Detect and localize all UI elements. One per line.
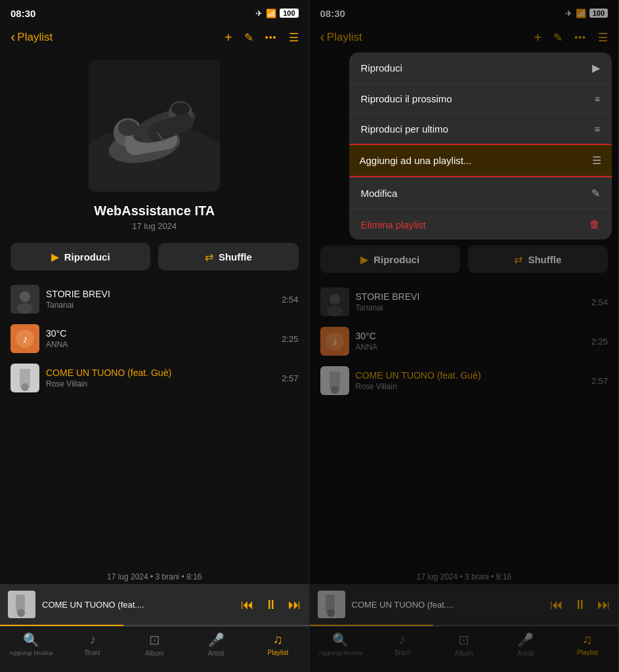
- tab-label-tracks: Brani: [85, 649, 100, 656]
- dropdown-item-play-last-label: Riproduci per ultimo: [361, 123, 448, 135]
- album-art: [89, 60, 220, 192]
- nav-bar: ‹ Playlist + ✎ ••• ☰: [0, 24, 309, 54]
- tab-add-music[interactable]: 🔍 Aggiungi Musica: [0, 632, 62, 656]
- more-icon[interactable]: •••: [265, 32, 277, 43]
- track-item[interactable]: STORIE BREVI Tananai 2:54: [0, 280, 309, 319]
- tab-albums[interactable]: ⊡ Album: [123, 632, 185, 657]
- play-label: Riproduci: [64, 251, 110, 262]
- play-icon-menu: ▶: [592, 62, 600, 74]
- dropdown-item-delete-label: Elimina playlist: [361, 219, 426, 230]
- dropdown-item-play-last[interactable]: Riproduci per ultimo ≡: [349, 114, 612, 144]
- tracks-icon: ♪: [89, 632, 96, 647]
- back-button[interactable]: ‹ Playlist: [11, 29, 53, 46]
- progress-bar: [0, 625, 309, 626]
- nav-actions: + ✎ ••• ☰: [224, 30, 298, 45]
- shuffle-icon: ⇄: [205, 251, 213, 263]
- svg-point-13: [17, 303, 33, 314]
- track-info: 30°C ANNA: [46, 328, 275, 349]
- track-artist: Rose Villain: [46, 379, 275, 388]
- artists-icon: 🎤: [208, 632, 224, 648]
- edit-icon[interactable]: ✎: [244, 31, 253, 45]
- dropdown-item-play-label: Riproduci: [361, 62, 402, 74]
- shuffle-label: Shuffle: [219, 251, 252, 262]
- dropdown-item-delete[interactable]: Elimina playlist 🗑: [349, 209, 612, 240]
- edit-icon-menu: ✎: [591, 187, 600, 200]
- now-playing-title: COME UN TUONO (feat....: [42, 600, 234, 610]
- track-duration: 2:57: [282, 373, 298, 383]
- airplane-icon: ✈: [255, 9, 263, 18]
- svg-point-19: [21, 383, 29, 391]
- chevron-left-icon: ‹: [11, 29, 15, 46]
- track-name: COME UN TUONO (feat. Guè): [46, 368, 275, 378]
- albums-icon: ⊡: [149, 632, 160, 648]
- track-duration: 2:54: [282, 295, 298, 304]
- dropdown-menu: Riproduci ▶ Riproduci il prossimo ≡ Ripr…: [349, 52, 612, 240]
- playlist-name: WebAssistance ITA: [11, 203, 299, 219]
- track-thumbnail: [11, 364, 39, 392]
- wifi-icon: 📶: [266, 9, 276, 18]
- play-last-icon-menu: ≡: [595, 124, 600, 135]
- tab-label-add-music: Aggiungi Musica: [9, 650, 53, 656]
- now-playing-controls: ⏮ ⏸ ⏭: [241, 597, 301, 612]
- progress-fill: [0, 625, 123, 626]
- right-panel: 08:30 ✈ 📶 100 ‹ Playlist + ✎ ••• ☰: [310, 0, 620, 672]
- dropdown-item-add-playlist[interactable]: Aggiungi ad una playlist... ☰: [349, 144, 612, 177]
- svg-point-12: [20, 291, 30, 302]
- track-thumbnail: ♪: [11, 324, 39, 353]
- track-artist: Tananai: [46, 301, 275, 310]
- add-playlist-icon-menu: ☰: [592, 154, 601, 167]
- footer-info: 17 lug 2024 • 3 brani • 8:16: [0, 567, 309, 584]
- couple-art-image: [89, 60, 220, 192]
- now-playing-bar[interactable]: COME UN TUONO (feat.... ⏮ ⏸ ⏭: [0, 584, 309, 625]
- tab-bar: 🔍 Aggiungi Musica ♪ Brani ⊡ Album 🎤 Arti…: [0, 626, 309, 672]
- play-next-icon-menu: ≡: [595, 94, 600, 104]
- tab-tracks[interactable]: ♪ Brani: [62, 632, 123, 656]
- tab-label-artists: Artisti: [208, 650, 224, 657]
- playlist-icon: ♫: [273, 632, 283, 647]
- track-info: COME UN TUONO (feat. Guè) Rose Villain: [46, 368, 275, 388]
- dropdown-item-edit[interactable]: Modifica ✎: [349, 177, 612, 209]
- tab-label-playlist: Playlist: [268, 649, 289, 656]
- svg-text:♪: ♪: [22, 333, 28, 345]
- dropdown-item-play[interactable]: Riproduci ▶: [349, 52, 612, 83]
- status-icons: ✈ 📶 100: [255, 9, 298, 18]
- track-item[interactable]: COME UN TUONO (feat. Guè) Rose Villain 2…: [0, 358, 309, 398]
- svg-point-10: [171, 102, 190, 116]
- add-icon[interactable]: +: [224, 30, 232, 45]
- rewind-icon[interactable]: ⏮: [241, 597, 254, 612]
- delete-icon-menu: 🗑: [589, 219, 600, 230]
- forward-icon[interactable]: ⏭: [288, 597, 301, 612]
- dropdown-item-play-next[interactable]: Riproduci il prossimo ≡: [349, 83, 612, 114]
- nav-title: Playlist: [17, 31, 53, 44]
- playlist-info: WebAssistance ITA 17 lug 2024: [0, 196, 309, 234]
- track-list: STORIE BREVI Tananai 2:54 ♪ 30°C ANNA 2:…: [0, 280, 309, 567]
- pause-icon[interactable]: ⏸: [265, 597, 278, 612]
- left-panel: 08:30 ✈ 📶 100 ‹ Playlist + ✎ ••• ☰: [0, 0, 310, 672]
- svg-point-22: [17, 609, 25, 617]
- track-duration: 2:25: [282, 334, 298, 344]
- dropdown-item-add-playlist-label: Aggiungi ad una playlist...: [360, 155, 472, 166]
- track-thumbnail: [11, 285, 39, 314]
- play-icon: ▶: [51, 251, 59, 263]
- track-artist: ANNA: [46, 340, 275, 349]
- track-info: STORIE BREVI Tananai: [46, 289, 275, 310]
- album-art-container: [0, 54, 309, 196]
- now-playing-thumbnail: [8, 591, 35, 618]
- status-time: 08:30: [11, 8, 35, 19]
- battery-icon: 100: [280, 9, 298, 18]
- svg-point-9: [118, 120, 138, 136]
- track-item[interactable]: ♪ 30°C ANNA 2:25: [0, 319, 309, 358]
- play-button[interactable]: ▶ Riproduci: [11, 243, 150, 270]
- track-name: STORIE BREVI: [46, 289, 275, 299]
- tab-playlist[interactable]: ♫ Playlist: [247, 632, 309, 656]
- tab-artists[interactable]: 🎤 Artisti: [185, 632, 247, 657]
- add-music-icon: 🔍: [23, 632, 39, 648]
- dropdown-item-edit-label: Modifica: [361, 188, 398, 199]
- tab-label-albums: Album: [145, 650, 163, 657]
- dropdown-item-play-next-label: Riproduci il prossimo: [361, 93, 452, 104]
- shuffle-button[interactable]: ⇄ Shuffle: [158, 243, 298, 270]
- menu-icon[interactable]: ☰: [289, 31, 299, 45]
- track-name: 30°C: [46, 328, 275, 339]
- action-buttons: ▶ Riproduci ⇄ Shuffle: [0, 234, 309, 280]
- playlist-date: 17 lug 2024: [11, 221, 299, 231]
